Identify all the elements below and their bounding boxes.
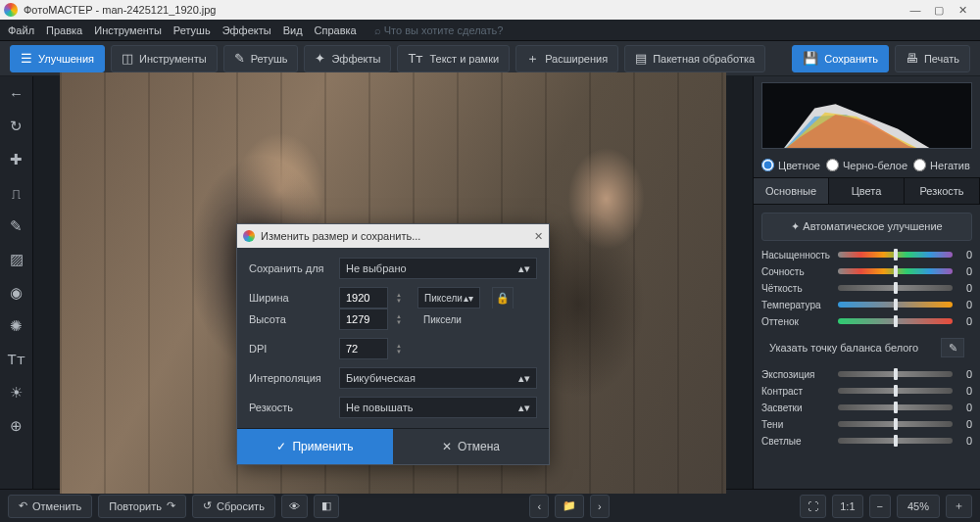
radio-neg[interactable]: Негатив (913, 159, 970, 171)
ratio-button[interactable]: 1:1 (832, 495, 862, 518)
unit-width[interactable]: Пиксели▴▾ (417, 287, 480, 308)
slider-temperature[interactable] (838, 302, 953, 308)
label-sharp: Резкость (249, 402, 331, 413)
print-button[interactable]: 🖶Печать (895, 45, 970, 72)
crop-icon: ◫ (122, 51, 133, 66)
undo-button[interactable]: ↶ Отменить (8, 495, 92, 518)
menu-effects[interactable]: Эффекты (222, 24, 271, 36)
apply-button[interactable]: ✓ Применить (237, 429, 393, 464)
slider-exposure[interactable] (838, 371, 953, 377)
window-titlebar: ФотоМАСТЕР - man-2425121_1920.jpg — ▢ ✕ (0, 0, 980, 20)
tab-extensions[interactable]: ＋Расширения (515, 45, 618, 72)
tab-text[interactable]: TᴛТекст и рамки (397, 45, 510, 72)
rotate-icon[interactable]: ↻ (4, 114, 29, 139)
radio-bw[interactable]: Черно-белое (826, 159, 907, 171)
eye-icon[interactable]: 👁 (281, 495, 308, 518)
rtab-colors[interactable]: Цвета (829, 178, 905, 204)
save-button[interactable]: 💾Сохранить (792, 45, 889, 72)
plus-icon: ＋ (526, 50, 539, 68)
select-interp[interactable]: Бикубическая▴▾ (339, 367, 537, 389)
input-height[interactable]: 1279 (339, 308, 388, 330)
menu-edit[interactable]: Правка (46, 24, 82, 36)
menu-help[interactable]: Справка (315, 24, 357, 36)
pen-icon[interactable]: ✎ (4, 214, 29, 239)
select-save-for[interactable]: Не выбрано▴▾ (339, 258, 537, 279)
zoom-in-icon[interactable]: ＋ (946, 495, 972, 518)
app-logo-icon (4, 3, 18, 17)
label-contrast: Контраст (761, 386, 832, 397)
back-icon[interactable]: ← (4, 80, 29, 106)
slider-whites[interactable] (838, 438, 953, 444)
text-icon: Tᴛ (408, 51, 423, 66)
dialog-titlebar: Изменить размер и сохранить... ✕ (237, 224, 549, 248)
close-icon[interactable]: ✕ (956, 4, 968, 16)
rtab-sharp[interactable]: Резкость (905, 178, 980, 204)
rtab-basic[interactable]: Основные (754, 178, 829, 204)
reset-button[interactable]: ↺ Сбросить (192, 495, 275, 518)
menu-view[interactable]: Вид (283, 24, 303, 36)
slider-contrast[interactable] (838, 388, 953, 394)
slider-vibrance[interactable] (838, 268, 953, 274)
slider-shadows[interactable] (838, 421, 953, 427)
tab-tools[interactable]: ◫Инструменты (111, 45, 218, 72)
label-saturation: Насыщенность (761, 250, 832, 261)
sliders-icon: ☰ (21, 51, 32, 66)
input-dpi[interactable]: 72 (339, 338, 388, 359)
dialog-close-icon[interactable]: ✕ (534, 230, 543, 243)
left-toolbar: ← ↻ ✚ ⎍ ✎ ▨ ◉ ✺ Tᴛ ☀ ⊕ (0, 76, 33, 489)
cancel-button[interactable]: ✕ Отмена (393, 429, 549, 464)
label-clarity: Чёткость (761, 283, 832, 294)
globe-icon[interactable]: ⊕ (4, 413, 29, 439)
canvas-area: Изменить размер и сохранить... ✕ Сохрани… (33, 76, 753, 489)
slider-clarity[interactable] (838, 285, 953, 291)
tt-icon[interactable]: Tᴛ (4, 347, 29, 372)
chevron-icon: ▴▾ (518, 262, 530, 275)
slider-saturation[interactable] (838, 252, 953, 258)
tab-batch[interactable]: ▤Пакетная обработка (624, 45, 765, 72)
compare-icon[interactable]: ◧ (314, 495, 339, 518)
width-spinner[interactable]: ▲▼ (396, 292, 410, 304)
window-title: ФотоМАСТЕР - man-2425121_1920.jpg (24, 4, 217, 16)
height-spinner[interactable]: ▲▼ (396, 313, 410, 325)
tab-effects[interactable]: ✦Эффекты (304, 45, 391, 72)
vignette-icon[interactable]: ◉ (4, 280, 29, 306)
bottom-bar: ↶ Отменить Повторить ↷ ↺ Сбросить 👁 ◧ ‹ … (0, 489, 980, 522)
slider-highlights[interactable] (838, 404, 953, 410)
tab-retouch[interactable]: ✎Ретушь (223, 45, 299, 72)
prev-icon[interactable]: ‹ (529, 495, 549, 518)
slider-tint[interactable] (838, 318, 953, 324)
dialog-overlay: Изменить размер и сохранить... ✕ Сохрани… (33, 76, 753, 489)
redo-button[interactable]: Повторить ↷ (98, 495, 186, 518)
sun-icon[interactable]: ☀ (4, 380, 29, 405)
menu-tools[interactable]: Инструменты (94, 24, 162, 36)
radio-color[interactable]: Цветное (761, 159, 820, 171)
menu-file[interactable]: Файл (8, 24, 34, 36)
folder-icon[interactable]: 📁 (555, 495, 584, 518)
input-width[interactable]: 1920 (339, 287, 388, 308)
eyedropper-icon[interactable]: ✎ (941, 338, 964, 357)
histogram[interactable] (761, 82, 972, 149)
autofix-button[interactable]: Автоматическое улучшение (761, 213, 972, 241)
menu-retouch[interactable]: Ретушь (173, 24, 211, 36)
gradient-icon[interactable]: ▨ (4, 247, 29, 272)
next-icon[interactable]: › (590, 495, 610, 518)
zoom-out-icon[interactable]: − (869, 495, 891, 518)
label-vibrance: Сочность (761, 266, 832, 277)
star-icon[interactable]: ✺ (4, 313, 29, 339)
zoom-value[interactable]: 45% (897, 495, 940, 518)
search-input[interactable]: Что вы хотите сделать? (374, 24, 504, 36)
stamp-icon[interactable]: ⎍ (4, 180, 29, 206)
minimize-icon[interactable]: — (909, 4, 921, 16)
label-highlights: Засветки (761, 403, 832, 413)
heal-icon[interactable]: ✚ (4, 147, 29, 172)
label-dpi: DPI (249, 343, 331, 355)
fit-icon[interactable]: ⛶ (800, 495, 826, 518)
label-height: Высота (249, 313, 331, 325)
lock-aspect-icon[interactable]: 🔒 (492, 287, 514, 308)
maximize-icon[interactable]: ▢ (933, 4, 945, 16)
tab-enhance[interactable]: ☰Улучшения (10, 45, 105, 72)
dpi-spinner[interactable]: ▲▼ (396, 343, 410, 355)
select-sharp[interactable]: Не повышать▴▾ (339, 397, 537, 418)
label-temperature: Температура (761, 300, 832, 310)
save-icon: 💾 (803, 51, 818, 66)
